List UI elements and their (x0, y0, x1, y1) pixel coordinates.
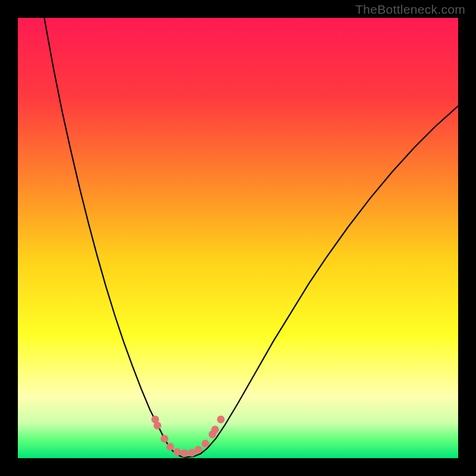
data-marker (195, 446, 202, 453)
data-marker (180, 449, 188, 457)
plot-area (18, 18, 458, 458)
data-marker (161, 435, 168, 443)
data-markers (151, 415, 224, 457)
data-marker (217, 415, 225, 423)
chart-frame: TheBottleneck.com (0, 0, 476, 476)
data-marker (173, 448, 181, 456)
data-marker (154, 422, 161, 430)
data-marker (202, 440, 209, 447)
curve-layer (18, 18, 458, 458)
attribution-label: TheBottleneck.com (355, 2, 465, 17)
data-marker (188, 449, 196, 457)
bottleneck-curve (44, 18, 458, 458)
data-marker (211, 425, 219, 433)
data-marker (167, 443, 174, 450)
